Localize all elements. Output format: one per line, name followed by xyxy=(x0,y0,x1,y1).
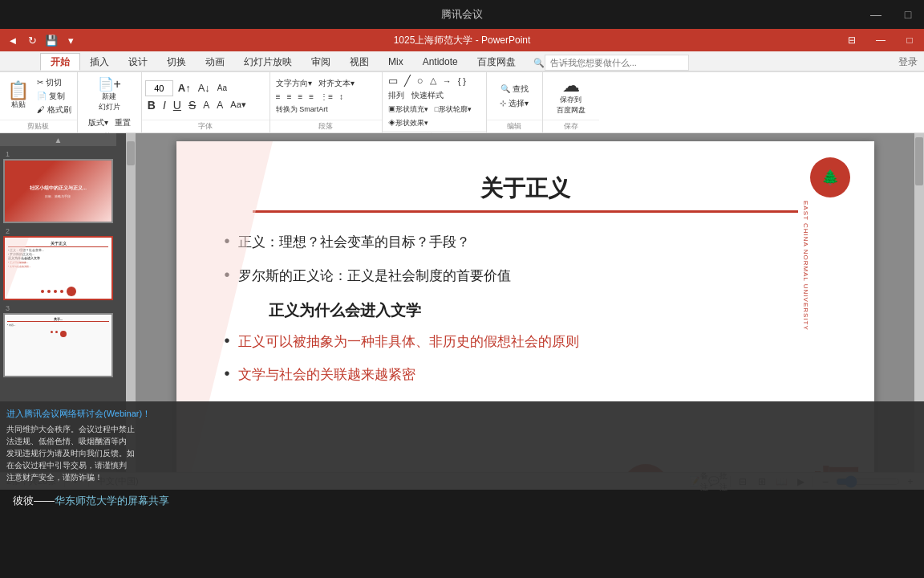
text-shadow-button[interactable]: A xyxy=(201,99,212,112)
view-toggle-icon[interactable]: ⊟ xyxy=(837,29,866,51)
app-title: 腾讯会议 xyxy=(441,7,483,22)
align-left-button[interactable]: ≡ xyxy=(274,92,283,102)
text-direction-button[interactable]: 文字方向▾ xyxy=(274,77,314,90)
quick-styles-button[interactable]: 快速样式 xyxy=(409,89,446,102)
ppt-title: 1025上海师范大学 - PowerPoint xyxy=(394,34,531,47)
shape-arrow-button[interactable]: → xyxy=(440,75,454,87)
save-cloud-button[interactable]: ☁ 保存到百度网盘 xyxy=(553,75,590,118)
slide-title-area: 关于正义 xyxy=(176,141,874,213)
line-spacing-button[interactable]: ↕ xyxy=(337,92,346,102)
shape-triangle-button[interactable]: △ xyxy=(428,75,439,87)
tab-insert[interactable]: 插入 xyxy=(80,53,119,71)
window-controls: — □ xyxy=(860,0,924,29)
slide-thumb-3[interactable]: 3 关于... • 内容... xyxy=(3,303,113,377)
tab-view[interactable]: 视图 xyxy=(340,53,379,71)
tab-baidu[interactable]: 百度网盘 xyxy=(468,53,525,71)
refresh-icon[interactable]: ↻ xyxy=(24,32,40,48)
tab-animations[interactable]: 动画 xyxy=(196,53,234,71)
minimize-button[interactable]: — xyxy=(860,0,892,29)
tab-start[interactable]: 开始 xyxy=(40,53,80,71)
ribbon-tabs: 开始 插入 设计 切换 动画 幻灯片放映 审阅 视图 Mix Antidote … xyxy=(0,51,924,72)
align-text-button[interactable]: 对齐文本▾ xyxy=(316,77,357,90)
layout-button[interactable]: 版式▾ xyxy=(86,116,111,129)
char-spacing-button[interactable]: Aa▾ xyxy=(228,99,248,111)
dropdown-icon[interactable]: ▾ xyxy=(63,32,79,48)
shape-line-button[interactable]: ╱ xyxy=(402,74,413,88)
sharing-name: 华东师范大学的屏幕共享 xyxy=(55,494,169,508)
drawing-group: ▭ ╱ ○ △ → { } 排列 快速样式 ▣形状填充▾ □形状轮廓▾ xyxy=(383,72,487,132)
columns-button[interactable]: ⋮≡ xyxy=(318,92,335,102)
align-center-button[interactable]: ≡ xyxy=(285,92,294,102)
font-size-input[interactable] xyxy=(145,80,173,96)
new-slide-button[interactable]: 📄+ 新建 幻灯片 xyxy=(94,74,125,115)
find-button[interactable]: 🔍 查找 xyxy=(498,83,531,96)
ppt-window: ◄ ↻ 💾 ▾ 1025上海师范大学 - PowerPoint ⊟ — □ 开始… xyxy=(0,29,924,490)
ppt-restore-button[interactable]: □ xyxy=(895,29,924,51)
save-group: ☁ 保存到百度网盘 保存 xyxy=(543,72,599,132)
university-logo: 🌲 EAST CHINA NORMAL UNIVERSITY xyxy=(802,157,858,331)
maximize-button[interactable]: □ xyxy=(892,0,924,29)
ppt-titlebar: ◄ ↻ 💾 ▾ 1025上海师范大学 - PowerPoint ⊟ — □ xyxy=(0,29,924,51)
shape-rect-button[interactable]: ▭ xyxy=(386,74,400,88)
paragraph-label: 段落 xyxy=(270,120,382,132)
arrange-button[interactable]: 排列 xyxy=(386,89,407,102)
slide-section-title: 正义为什么会进入文学 xyxy=(225,300,826,321)
shape-fill-button[interactable]: ▣形状填充▾ xyxy=(386,104,431,116)
editing-group: 🔍 查找 ⊹ 选择▾ 编辑 xyxy=(487,72,543,132)
main-area: ▲ 1 社区小组中的正义与正义... 目标、策略与手段 xyxy=(0,133,924,472)
shape-brace-button[interactable]: { } xyxy=(456,75,468,87)
bold-button[interactable]: B xyxy=(145,98,158,112)
cut-button[interactable]: ✂ 切切 xyxy=(34,76,74,89)
slide-title: 关于正义 xyxy=(176,173,874,204)
clipboard-label: 剪贴板 xyxy=(0,120,77,132)
tab-antidote[interactable]: Antidote xyxy=(413,53,468,71)
ppt-window-controls: ⊟ — □ xyxy=(837,29,924,51)
slide-link-bullet-1: • 正义可以被抽象为一种非具体、非历史的假想社会的原则 xyxy=(225,332,826,352)
select-button[interactable]: ⊹ 选择▾ xyxy=(497,97,531,110)
search-input[interactable] xyxy=(545,55,689,71)
italic-button[interactable]: I xyxy=(160,98,168,112)
clear-format-button[interactable]: Aa xyxy=(215,83,229,93)
paste-button[interactable]: 📋 粘贴 xyxy=(3,79,33,112)
shape-effects-button[interactable]: ◈形状效果▾ xyxy=(386,117,431,129)
sharing-bar: 彼彼—— 华东师范大学的屏幕共享 xyxy=(0,490,924,512)
tab-slideshow[interactable]: 幻灯片放映 xyxy=(234,53,302,71)
notification-body: 共同维护大会秩序。会议过程中禁止 法违规、低俗色情、吸烟酗酒等内 发现违规行为请… xyxy=(6,423,918,483)
shape-outline-button[interactable]: □形状轮廓▾ xyxy=(432,104,474,116)
scroll-up-button[interactable]: ▲ xyxy=(0,133,116,146)
slide-thumb-1[interactable]: 1 社区小组中的正义与正义... 目标、策略与手段 xyxy=(3,149,113,223)
tab-review[interactable]: 审阅 xyxy=(302,53,340,71)
save-label: 保存 xyxy=(543,120,599,132)
paragraph-group: 文字方向▾ 对齐文本▾ ≡ ≡ ≡ ≡ ⋮≡ ↕ 转换为 SmartArt 段落 xyxy=(270,72,383,132)
copy-button[interactable]: 📄 复制 xyxy=(34,90,74,103)
notification-title: 进入腾讯会议网络研讨会(Webinar)！ xyxy=(6,408,918,420)
font-group: A↑ A↓ Aa B I U S A A Aa▾ 字体 xyxy=(142,72,270,132)
shape-ellipse-button[interactable]: ○ xyxy=(415,74,426,88)
tab-transitions[interactable]: 切换 xyxy=(157,53,196,71)
increase-font-button[interactable]: A↑ xyxy=(176,81,193,95)
tab-mix[interactable]: Mix xyxy=(379,53,413,71)
ppt-minimize-button[interactable]: — xyxy=(866,29,895,51)
align-right-button[interactable]: ≡ xyxy=(295,92,305,102)
strikethrough-button[interactable]: S xyxy=(186,98,198,112)
reset-button[interactable]: 重置 xyxy=(112,116,133,129)
font-color-button[interactable]: A xyxy=(214,99,225,112)
font-label: 字体 xyxy=(142,120,270,132)
clipboard-group: 📋 粘贴 ✂ 切切 📄 复制 🖌 格式刷 剪贴板 xyxy=(0,72,78,132)
back-icon[interactable]: ◄ xyxy=(5,32,21,48)
slide-thumb-2[interactable]: 2 关于正义 • 正义：理想？社会变革... • 罗尔斯的正义论... 正义为什… xyxy=(3,226,113,300)
slide-bullet-1: • 正义：理想？社会变革的目标？手段？ xyxy=(225,233,826,252)
underline-button[interactable]: U xyxy=(171,98,184,112)
slide-body: • 正义：理想？社会变革的目标？手段？ • 罗尔斯的正义论：正义是社会制度的首要… xyxy=(176,225,874,407)
justify-button[interactable]: ≡ xyxy=(306,92,316,102)
login-button[interactable]: 登录 xyxy=(892,54,924,71)
slide-title-underline xyxy=(253,210,798,213)
save-icon[interactable]: 💾 xyxy=(43,32,59,48)
slide-bullet-2-text: 罗尔斯的正义论：正义是社会制度的首要价值 xyxy=(238,267,511,286)
convert-smartart-button[interactable]: 转换为 SmartArt xyxy=(274,104,330,116)
slide-link-bullet-2: • 文学与社会的关联越来越紧密 xyxy=(225,365,826,385)
sharing-prefix: 彼彼—— xyxy=(13,494,55,508)
tab-design[interactable]: 设计 xyxy=(119,53,157,71)
format-painter-button[interactable]: 🖌 格式刷 xyxy=(34,104,74,116)
decrease-font-button[interactable]: A↓ xyxy=(196,81,213,95)
